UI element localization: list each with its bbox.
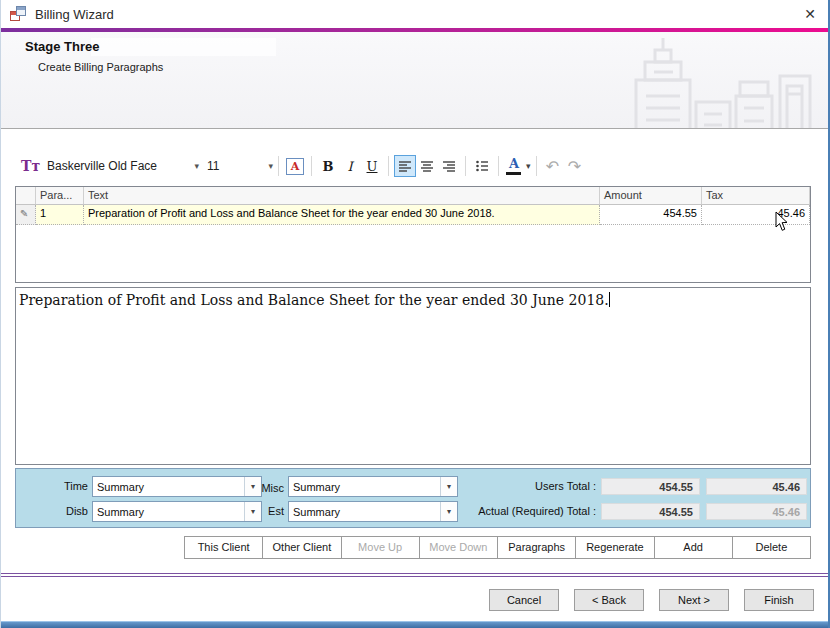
align-right-button[interactable] bbox=[438, 155, 460, 177]
cell-amount[interactable]: 454.55 bbox=[600, 205, 702, 225]
underline-button[interactable]: U bbox=[361, 155, 383, 177]
align-right-icon bbox=[442, 160, 456, 172]
actual-total-tax: 45.46 bbox=[706, 503, 807, 520]
chevron-down-icon: ▾ bbox=[268, 161, 273, 171]
bold-button[interactable]: B bbox=[317, 155, 339, 177]
add-button[interactable]: Add bbox=[654, 536, 733, 559]
this-client-button[interactable]: This Client bbox=[184, 536, 263, 559]
align-left-icon bbox=[398, 160, 412, 172]
paragraphs-button[interactable]: Paragraphs bbox=[497, 536, 576, 559]
disb-label: Disb bbox=[44, 505, 88, 517]
mouse-pointer bbox=[775, 211, 789, 232]
editor-text: Preparation of Profit and Loss and Balan… bbox=[19, 292, 609, 308]
paragraph-grid: Para... Text Amount Tax ✎ 1 Preparation … bbox=[15, 186, 811, 283]
align-center-button[interactable] bbox=[416, 155, 438, 177]
font-color-dropdown-icon[interactable]: ▾ bbox=[526, 161, 531, 171]
row-selector-header bbox=[16, 187, 36, 205]
column-header-para[interactable]: Para... bbox=[36, 187, 84, 205]
time-select[interactable]: Summary ▾ bbox=[92, 476, 262, 497]
window-title: Billing Wizard bbox=[35, 7, 114, 22]
misc-label: Misc bbox=[240, 482, 284, 494]
format-toolbar: Tт Baskerville Old Face ▾ 11 ▾ A B I U bbox=[21, 150, 586, 182]
font-name-value: Baskerville Old Face bbox=[47, 159, 186, 173]
stage-subtitle: Create Billing Paragraphs bbox=[38, 61, 163, 73]
italic-button[interactable]: I bbox=[339, 155, 361, 177]
delete-button[interactable]: Delete bbox=[732, 536, 811, 559]
action-button-row: This Client Other Client Move Up Move Do… bbox=[184, 536, 811, 559]
column-header-amount[interactable]: Amount bbox=[600, 187, 702, 205]
back-button[interactable]: < Back bbox=[574, 589, 644, 611]
move-up-button: Move Up bbox=[341, 536, 420, 559]
move-down-button: Move Down bbox=[419, 536, 498, 559]
app-icon bbox=[10, 6, 26, 22]
text-caret bbox=[609, 292, 610, 307]
next-button[interactable]: Next > bbox=[659, 589, 729, 611]
cell-para[interactable]: 1 bbox=[36, 205, 84, 225]
other-client-button[interactable]: Other Client bbox=[262, 536, 341, 559]
close-icon[interactable]: ✕ bbox=[796, 4, 824, 24]
redo-button[interactable]: ↷ bbox=[564, 157, 586, 176]
time-label: Time bbox=[44, 480, 88, 492]
summary-panel: Time Summary ▾ Disb Summary ▾ Misc Summa… bbox=[15, 468, 811, 528]
pencil-icon: ✎ bbox=[16, 205, 36, 225]
cell-tax[interactable]: 45.46 bbox=[702, 205, 810, 225]
align-center-icon bbox=[420, 160, 434, 172]
undo-button[interactable]: ↶ bbox=[542, 157, 564, 176]
align-left-button[interactable] bbox=[394, 155, 416, 177]
stage-title: Stage Three bbox=[25, 39, 99, 54]
disb-select[interactable]: Summary ▾ bbox=[92, 501, 262, 522]
table-row[interactable]: ✎ 1 Preparation of Profit and Loss and B… bbox=[16, 205, 810, 225]
chevron-down-icon: ▾ bbox=[194, 161, 199, 171]
actual-total-label: Actual (Required) Total : bbox=[396, 505, 596, 517]
window-bottom-edge bbox=[1, 621, 828, 628]
billing-wizard-window: Billing Wizard ✕ Stage Three Create Bill… bbox=[0, 0, 830, 628]
stage-band bbox=[91, 38, 276, 56]
font-size-value: 11 bbox=[207, 159, 260, 173]
finish-button[interactable]: Finish bbox=[744, 589, 814, 611]
grid-header-row: Para... Text Amount Tax bbox=[16, 187, 810, 205]
column-header-tax[interactable]: Tax bbox=[702, 187, 810, 205]
city-skyline-graphic bbox=[618, 36, 814, 129]
users-total-label: Users Total : bbox=[396, 480, 596, 492]
time-value: Summary bbox=[93, 481, 244, 493]
column-header-text[interactable]: Text bbox=[84, 187, 600, 205]
font-size-select[interactable]: 11 ▾ bbox=[207, 159, 273, 173]
cell-text[interactable]: Preparation of Profit and Loss and Balan… bbox=[84, 205, 600, 225]
regenerate-button[interactable]: Regenerate bbox=[575, 536, 654, 559]
font-icon: Tт bbox=[21, 158, 47, 174]
actual-total-amount: 454.55 bbox=[601, 503, 700, 520]
disb-value: Summary bbox=[93, 506, 244, 518]
cancel-button[interactable]: Cancel bbox=[489, 589, 559, 611]
font-dialog-icon[interactable]: A bbox=[286, 158, 304, 175]
wizard-header: Stage Three Create Billing Paragraphs bbox=[1, 32, 828, 129]
users-total-tax: 45.46 bbox=[706, 478, 807, 495]
font-color-button[interactable]: A bbox=[504, 155, 524, 177]
est-label: Est bbox=[240, 505, 284, 517]
bullet-list-button[interactable] bbox=[471, 155, 493, 177]
font-name-select[interactable]: Baskerville Old Face ▾ bbox=[47, 159, 199, 173]
users-total-amount: 454.55 bbox=[601, 478, 700, 495]
paragraph-editor[interactable]: Preparation of Profit and Loss and Balan… bbox=[15, 287, 811, 465]
bullet-list-icon bbox=[475, 160, 489, 172]
title-bar: Billing Wizard ✕ bbox=[1, 0, 828, 28]
separator-line bbox=[1, 573, 828, 577]
